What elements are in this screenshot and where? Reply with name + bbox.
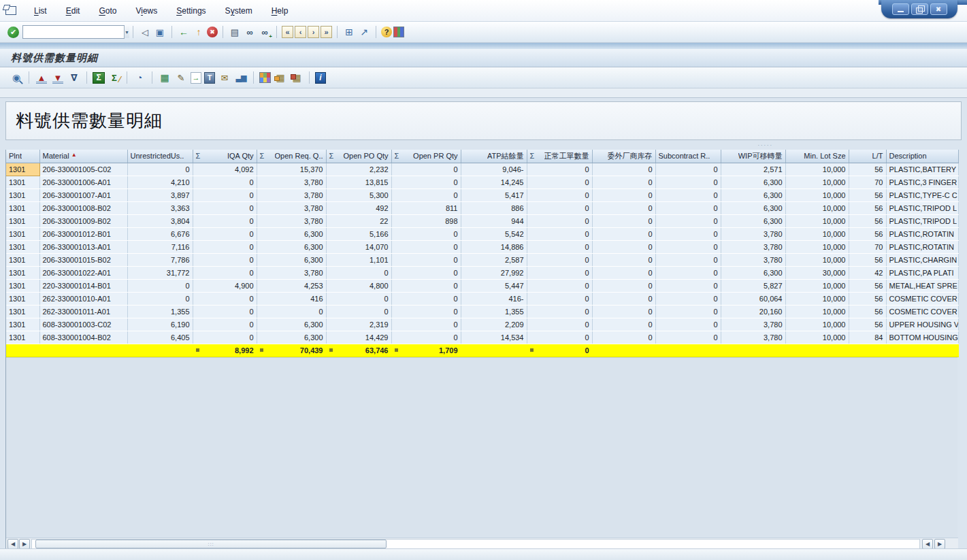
cell-subcontract-r[interactable]: 0 <box>655 214 721 227</box>
cell-subcontract-r[interactable]: 0 <box>655 201 721 214</box>
cell-open-req-qty[interactable]: 3,780 <box>257 266 326 279</box>
cell-normal-wo-qty[interactable]: 0 <box>527 279 592 292</box>
cell-lt[interactable]: 56 <box>849 253 886 266</box>
cell-plnt[interactable]: 1301 <box>6 292 39 305</box>
cell-normal-wo-qty[interactable]: 0 <box>527 188 592 201</box>
total-cell-atp-balance[interactable] <box>461 344 527 357</box>
print-preview-icon[interactable]: ◔ <box>133 71 146 84</box>
cell-material[interactable]: 608-330001003-C02 <box>39 318 127 331</box>
cell-unrestricted-use[interactable]: 3,804 <box>127 214 193 227</box>
info-icon[interactable]: i <box>315 72 326 84</box>
cell-open-req-qty[interactable]: 0 <box>257 305 326 318</box>
cell-atp-balance[interactable]: 5,542 <box>461 227 527 240</box>
cell-subcon-vendor-stock[interactable]: 0 <box>592 214 655 227</box>
scroll-right-icon[interactable]: ▶ <box>19 539 30 549</box>
column-header-open-po-qty[interactable]: ΣOpen PO Qty <box>326 150 391 163</box>
cell-open-po-qty[interactable]: 2,319 <box>326 318 391 331</box>
cell-material[interactable]: 220-330001014-B01 <box>39 279 127 292</box>
cell-wip-transferable[interactable]: 6,300 <box>721 188 785 201</box>
cell-material[interactable]: 206-330001005-C02 <box>39 163 127 176</box>
cell-open-req-qty[interactable]: 4,253 <box>257 279 326 292</box>
cell-wip-transferable[interactable]: 6,300 <box>721 201 785 214</box>
cell-subcontract-r[interactable]: 0 <box>655 305 721 318</box>
cell-material[interactable]: 262-330001011-A01 <box>39 305 127 318</box>
find-next-icon[interactable]: ∞+ <box>258 26 272 39</box>
cell-normal-wo-qty[interactable]: 0 <box>527 240 592 253</box>
first-page-icon[interactable]: « <box>282 26 293 38</box>
cell-open-pr-qty[interactable]: 0 <box>391 188 461 201</box>
cell-plnt[interactable]: 1301 <box>6 253 39 266</box>
cell-description[interactable]: UPPER HOUSING V <box>886 318 958 331</box>
cell-wip-transferable[interactable]: 3,780 <box>721 253 785 266</box>
cell-open-pr-qty[interactable]: 0 <box>391 292 461 305</box>
minimize-button[interactable] <box>892 3 909 15</box>
cell-iqa-qty[interactable]: 0 <box>193 305 257 318</box>
total-cell-lt[interactable] <box>849 344 886 357</box>
cell-description[interactable]: BOTTOM HOUSING <box>886 331 958 344</box>
total-cell-subcon-vendor-stock[interactable] <box>592 344 655 357</box>
menu-goto[interactable]: Goto <box>91 4 125 18</box>
cell-open-req-qty[interactable]: 3,780 <box>257 176 326 188</box>
cell-normal-wo-qty[interactable]: 0 <box>527 318 592 331</box>
cell-lt[interactable]: 70 <box>849 176 886 188</box>
cell-description[interactable]: PLASTIC,TYPE-C C <box>886 188 958 201</box>
cell-atp-balance[interactable]: 14,245 <box>461 176 527 188</box>
column-header-unrestricted-use[interactable]: UnrestrictedUs.. <box>127 150 193 163</box>
cell-description[interactable]: PLASTIC,PA PLATI <box>886 266 958 279</box>
cell-open-req-qty[interactable]: 15,370 <box>257 163 326 176</box>
cell-plnt[interactable]: 1301 <box>6 279 39 292</box>
table-row[interactable]: 1301608-330001004-B026,40506,30014,42901… <box>6 331 958 344</box>
cell-open-req-qty[interactable]: 416 <box>257 292 326 305</box>
cell-normal-wo-qty[interactable]: 0 <box>527 305 592 318</box>
cell-open-po-qty[interactable]: 14,429 <box>326 331 391 344</box>
cell-plnt[interactable]: 1301 <box>6 305 39 318</box>
cell-description[interactable]: COSMETIC COVER <box>886 292 958 305</box>
cell-unrestricted-use[interactable]: 0 <box>127 163 193 176</box>
cell-unrestricted-use[interactable]: 31,772 <box>127 266 193 279</box>
menu-system[interactable]: System <box>217 4 261 18</box>
cell-min-lot-size[interactable]: 10,000 <box>785 201 849 214</box>
last-page-icon[interactable]: » <box>321 26 332 38</box>
cell-open-pr-qty[interactable]: 0 <box>391 266 461 279</box>
cell-subcon-vendor-stock[interactable]: 0 <box>592 176 655 188</box>
abc-analysis-icon[interactable]: T <box>204 72 215 84</box>
cell-wip-transferable[interactable]: 6,300 <box>721 176 785 188</box>
table-row[interactable]: 1301206-330001012-B016,67606,3005,16605,… <box>6 227 958 240</box>
cell-iqa-qty[interactable]: 0 <box>193 266 257 279</box>
cell-min-lot-size[interactable]: 10,000 <box>785 240 849 253</box>
scroll-right-icon-right[interactable]: ▶ <box>934 539 945 549</box>
table-row[interactable]: 1301206-330001006-A014,21003,78013,81501… <box>6 176 958 188</box>
cell-open-pr-qty[interactable]: 898 <box>391 214 461 227</box>
cell-atp-balance[interactable]: 14,886 <box>461 240 527 253</box>
cell-wip-transferable[interactable]: 2,571 <box>721 163 785 176</box>
cell-open-pr-qty[interactable]: 811 <box>391 201 461 214</box>
cell-atp-balance[interactable]: 1,355 <box>461 305 527 318</box>
column-header-plnt[interactable]: Plnt <box>6 150 39 163</box>
cell-unrestricted-use[interactable]: 3,363 <box>127 201 193 214</box>
cell-open-po-qty[interactable]: 2,232 <box>326 163 391 176</box>
command-dropdown-icon[interactable]: ▼ <box>124 26 129 38</box>
cell-open-pr-qty[interactable]: 0 <box>391 279 461 292</box>
cell-min-lot-size[interactable]: 10,000 <box>785 227 849 240</box>
total-cell-iqa-qty[interactable]: 8,992 <box>193 344 257 357</box>
total-cell-plnt[interactable] <box>6 344 39 357</box>
cell-normal-wo-qty[interactable]: 0 <box>527 214 592 227</box>
column-header-open-pr-qty[interactable]: ΣOpen PR Qty <box>391 150 461 163</box>
cell-wip-transferable[interactable]: 3,780 <box>721 240 785 253</box>
cell-open-po-qty[interactable]: 0 <box>326 292 391 305</box>
column-header-subcontract-r[interactable]: Subcontract R.. <box>655 150 721 163</box>
cell-wip-transferable[interactable]: 6,300 <box>721 214 785 227</box>
exit-icon[interactable]: ↑ <box>192 26 206 39</box>
menu-views[interactable]: Views <box>127 4 165 18</box>
sum-icon[interactable]: Σ <box>93 72 105 84</box>
scroll-left-icon-right[interactable]: ◀ <box>922 539 933 549</box>
cell-open-req-qty[interactable]: 6,300 <box>257 253 326 266</box>
table-row[interactable]: 1301206-330001022-A0131,77203,7800027,99… <box>6 266 958 279</box>
column-header-wip-transferable[interactable]: WIP可移轉量 <box>721 150 785 163</box>
cell-open-req-qty[interactable]: 6,300 <box>257 318 326 331</box>
save-layout-icon[interactable]: ▦ <box>290 71 304 84</box>
cell-description[interactable]: COSMETIC COVER <box>886 305 958 318</box>
filter-icon[interactable]: ∇ <box>67 71 81 84</box>
cell-atp-balance[interactable]: 5,447 <box>461 279 527 292</box>
column-header-atp-balance[interactable]: ATP結餘量 <box>461 150 527 163</box>
